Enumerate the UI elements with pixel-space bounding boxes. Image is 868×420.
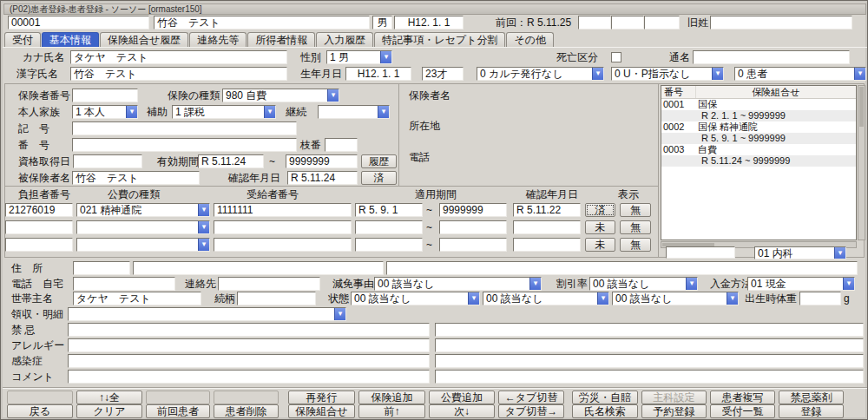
chevron-down-icon[interactable]: ▾ (264, 106, 275, 118)
name-search-button[interactable]: 氏名検索 (572, 404, 638, 418)
karte-issue-select[interactable]: 0 カルテ発行なし▾ (477, 67, 604, 81)
rosai-jibai-button[interactable]: 労災・自賠 (572, 390, 638, 404)
next-button[interactable]: 次↓ (429, 404, 495, 418)
contraindication-field-1[interactable] (68, 323, 430, 337)
death-checkbox[interactable] (611, 52, 621, 62)
patient-copy-button[interactable]: 患者複写 (710, 390, 775, 404)
chevron-down-icon[interactable]: ▾ (597, 292, 608, 305)
recipient-number-field[interactable] (214, 220, 352, 234)
birth-weight-field[interactable] (799, 292, 841, 305)
comment-field-1[interactable] (68, 370, 430, 384)
history-button[interactable]: 履歴 (361, 154, 397, 168)
clear-button[interactable]: クリア (76, 404, 142, 418)
reissue-button[interactable]: 再発行 (288, 390, 355, 404)
insurer-number-field[interactable] (72, 89, 138, 102)
list-item[interactable]: R 2. 1. 1 ~ 9999999 (661, 110, 856, 121)
chevron-down-icon[interactable]: ▾ (843, 278, 854, 290)
continuation-select[interactable]: ▾ (318, 105, 390, 119)
valid-from-field[interactable]: R 5.11.24 (198, 154, 264, 168)
discount-select[interactable]: 00 該当なし▾ (589, 277, 698, 291)
prev-button[interactable]: 前↑ (358, 404, 425, 418)
add-kohi-button[interactable]: 公費追加 (429, 390, 495, 404)
previous-patient-button[interactable]: 前回患者 (146, 404, 210, 418)
list-item[interactable]: 0001国保 (661, 99, 856, 110)
address-field-2[interactable] (386, 261, 858, 275)
tab-reception[interactable]: 受付 (4, 32, 41, 47)
insurance-type-select[interactable]: 980 自費▾ (222, 89, 339, 102)
tab-switch-right-button[interactable]: タブ切替→ (498, 404, 564, 418)
panel-number-field[interactable] (666, 246, 735, 259)
symbol-field[interactable] (72, 121, 297, 135)
apply-from-field[interactable] (355, 220, 423, 234)
kohi-confirm-date-field[interactable]: R 5.11.22 (513, 203, 581, 217)
recipient-number-field[interactable] (214, 238, 352, 252)
birth-field[interactable]: H12. 1. 1 (345, 67, 411, 81)
kohi-type-select[interactable]: 021 精神通院▾ (76, 203, 210, 217)
delete-patient-button[interactable]: 患者削除 (214, 404, 279, 418)
kohi-type-select[interactable]: ▾ (76, 220, 210, 234)
kana-name-field[interactable]: タケヤ テスト (70, 50, 287, 64)
chevron-down-icon[interactable]: ▾ (854, 68, 865, 80)
tab-switch-left-button[interactable]: ←タブ切替 (498, 390, 564, 404)
qualification-date-field[interactable] (73, 154, 142, 168)
maiden-name-field[interactable] (710, 16, 852, 30)
comment-field-2[interactable] (435, 370, 864, 384)
reception-list-button[interactable]: 受付一覧 (710, 404, 775, 418)
back-button[interactable]: 戻る (7, 404, 73, 418)
kohi-unconfirmed-button[interactable]: 未 (585, 238, 615, 252)
contraindicated-drug-button[interactable]: 禁忌薬剤 (779, 390, 844, 404)
contact-field[interactable] (218, 277, 320, 291)
mini-field-1[interactable] (578, 16, 611, 30)
chevron-down-icon[interactable]: ▾ (529, 278, 541, 290)
alias-field[interactable] (693, 50, 850, 64)
kohi-confirmed-button[interactable]: 済 (585, 203, 615, 217)
status-select-2[interactable]: 00 該当なし▾ (483, 292, 609, 305)
kohi-unconfirmed-button[interactable]: 未 (585, 220, 615, 234)
tab-others[interactable]: その他 (506, 32, 554, 47)
chevron-down-icon[interactable]: ▾ (198, 204, 209, 216)
scrollbar-thumb[interactable] (859, 87, 864, 127)
chevron-down-icon[interactable]: ▾ (334, 308, 345, 320)
list-item[interactable]: R 5.11.24 ~ 9999999 (661, 155, 856, 167)
patient-name-field[interactable]: 竹谷 テスト (154, 16, 370, 30)
reservation-button[interactable]: 予約登録 (641, 404, 707, 418)
kanji-name-field[interactable]: 竹谷 テスト (70, 67, 287, 81)
sex-select[interactable]: 1 男▾ (326, 50, 392, 64)
patient-id-field[interactable]: 00001 (8, 16, 149, 30)
subsidy-select[interactable]: 1 課税▾ (172, 105, 276, 119)
receipt-detail-select[interactable]: ▾ (68, 307, 346, 321)
tab-input-history[interactable]: 入力履歴 (316, 32, 373, 47)
kohi-type-select[interactable]: ▾ (76, 238, 210, 252)
chevron-down-icon[interactable]: ▾ (592, 68, 603, 80)
address-field-1[interactable] (133, 261, 384, 275)
chevron-down-icon[interactable]: ▾ (727, 292, 738, 305)
branch-number-field[interactable] (325, 138, 358, 152)
chevron-down-icon[interactable]: ▾ (327, 89, 339, 102)
up-instruction-select[interactable]: 0 U・P指示なし▾ (611, 67, 724, 81)
chevron-down-icon[interactable]: ▾ (686, 278, 697, 290)
status-select-1[interactable]: 00 該当なし▾ (351, 292, 480, 305)
apply-from-field[interactable] (355, 238, 423, 252)
relationship-field[interactable] (237, 292, 316, 305)
kohi-display-button[interactable]: 無 (620, 220, 651, 234)
panel-vertical-scrollbar[interactable] (858, 85, 865, 240)
list-item[interactable]: R 5. 9. 1 ~ 9999999 (661, 133, 856, 144)
payer-number-field[interactable] (5, 238, 73, 252)
infection-field-1[interactable] (68, 354, 430, 368)
exemption-select[interactable]: 00 該当なし▾ (374, 277, 542, 291)
chevron-down-icon[interactable]: ▾ (834, 247, 845, 259)
add-insurance-button[interactable]: 保険追加 (358, 390, 425, 404)
insured-name-field[interactable]: 竹谷 テスト (72, 171, 200, 185)
apply-to-field[interactable] (439, 220, 507, 234)
chevron-down-icon[interactable]: ▾ (712, 68, 723, 80)
payment-method-select[interactable]: 01 現金▾ (747, 277, 855, 291)
department-select[interactable]: 01 内科▾ (754, 246, 846, 259)
recipient-number-field[interactable]: 1111111 (214, 203, 352, 217)
mini-field-3[interactable] (644, 16, 680, 30)
number-field[interactable] (72, 138, 297, 152)
list-item[interactable]: 0003自費 (661, 144, 856, 155)
chevron-down-icon[interactable]: ▾ (380, 51, 391, 63)
confirmed-button[interactable]: 済 (361, 171, 397, 185)
tab-special-notes[interactable]: 特記事項・レセプト分割 (374, 32, 505, 47)
status-select-3[interactable]: 00 該当なし▾ (612, 292, 739, 305)
